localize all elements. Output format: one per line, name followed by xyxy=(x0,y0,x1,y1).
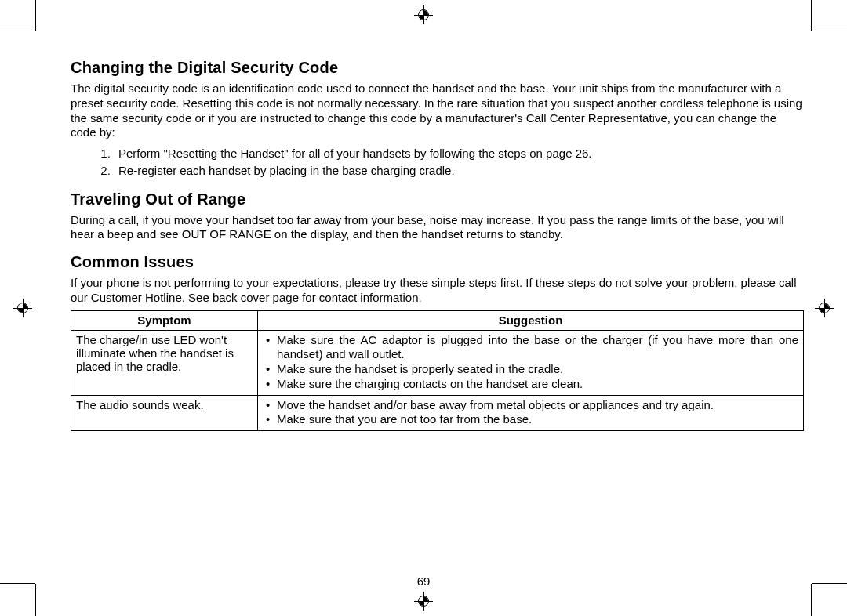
crop-mark xyxy=(811,0,812,31)
table-row: The audio sounds weak. Move the handset … xyxy=(71,395,804,431)
symptom-cell: The charge/in use LED won't illuminate w… xyxy=(71,330,258,395)
suggestion-cell: Move the handset and/or base away from m… xyxy=(258,395,804,431)
list-item: Make sure the handset is properly seated… xyxy=(277,362,798,377)
table-row: The charge/in use LED won't illuminate w… xyxy=(71,330,804,395)
body-common-issues: If your phone is not performing to your … xyxy=(71,276,804,306)
page-content: Changing the Digital Security Code The d… xyxy=(71,59,804,569)
list-item: Move the handset and/or base away from m… xyxy=(277,398,798,413)
page-number: 69 xyxy=(417,574,431,588)
crop-mark xyxy=(0,583,35,584)
list-item: Make sure the AC adaptor is plugged into… xyxy=(277,333,798,363)
heading-out-of-range: Traveling Out of Range xyxy=(71,190,804,208)
issues-table: Symptom Suggestion The charge/in use LED… xyxy=(71,310,804,432)
crop-mark xyxy=(35,0,36,31)
suggestion-cell: Make sure the AC adaptor is plugged into… xyxy=(258,330,804,395)
body-out-of-range: During a call, if you move your handset … xyxy=(71,213,804,243)
crop-mark xyxy=(0,31,35,31)
registration-mark-icon xyxy=(416,594,431,608)
table-header-row: Symptom Suggestion xyxy=(71,310,804,330)
list-item: Make sure the charging contacts on the h… xyxy=(277,377,798,392)
heading-common-issues: Common Issues xyxy=(71,253,804,271)
list-item: Perform "Resetting the Handset" for all … xyxy=(114,145,804,162)
steps-list: Perform "Resetting the Handset" for all … xyxy=(71,145,804,179)
list-item: Make sure that you are not too far from … xyxy=(277,412,798,427)
col-symptom: Symptom xyxy=(71,310,258,330)
registration-mark-icon xyxy=(16,301,30,315)
list-item: Re-register each handset by placing in t… xyxy=(114,162,804,179)
heading-security-code: Changing the Digital Security Code xyxy=(71,59,804,77)
body-security-code: The digital security code is an identifi… xyxy=(71,82,804,140)
symptom-cell: The audio sounds weak. xyxy=(71,395,258,431)
crop-mark xyxy=(812,31,847,31)
col-suggestion: Suggestion xyxy=(258,310,804,330)
registration-mark-icon xyxy=(416,8,431,22)
crop-mark xyxy=(811,584,812,616)
crop-mark xyxy=(812,583,847,584)
registration-mark-icon xyxy=(817,301,831,315)
crop-mark xyxy=(35,584,36,616)
